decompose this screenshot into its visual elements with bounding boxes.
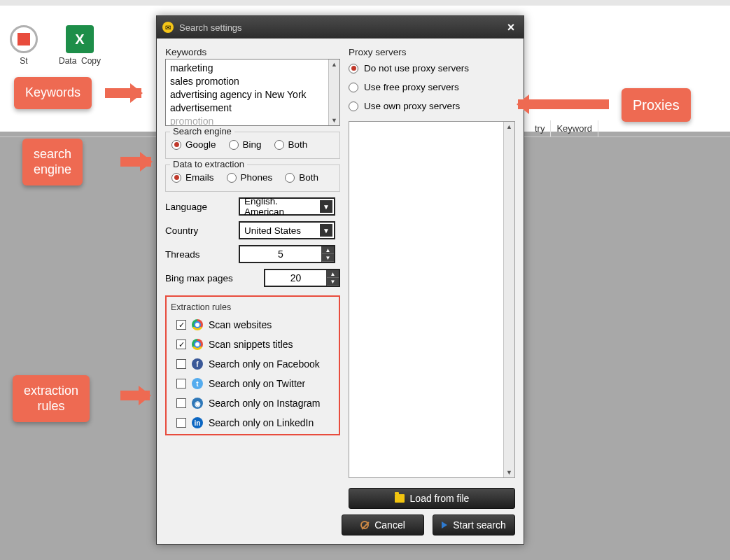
radio-free-proxy[interactable]: Use free proxy servers — [349, 82, 515, 92]
twitter-icon: t — [192, 378, 203, 389]
scroll-up-icon[interactable]: ▲ — [329, 59, 339, 69]
callout-search-engine: search engine — [22, 139, 83, 186]
rule-twitter[interactable]: t Search only on Twitter — [171, 378, 335, 389]
col-keyword: Keyword — [551, 120, 598, 136]
bing-pages-label: Bing max pages — [165, 273, 239, 284]
cancel-button[interactable]: Cancel — [342, 514, 424, 536]
checkbox-icon[interactable] — [176, 418, 186, 428]
list-item[interactable]: advertisement — [170, 102, 324, 115]
data-extraction-label: Data to extraction — [170, 159, 247, 169]
facebook-icon: f — [192, 358, 203, 370]
language-dropdown[interactable]: English. American ▼ — [239, 197, 335, 216]
list-item[interactable]: advertising agency in New York — [170, 88, 324, 102]
excel-icon: X — [66, 25, 94, 53]
scroll-up-icon[interactable]: ▲ — [504, 122, 514, 132]
callout-extraction-rules: extraction rules — [13, 375, 90, 422]
checkbox-checked-icon[interactable]: ✓ — [176, 320, 186, 330]
scroll-down-icon[interactable]: ▼ — [504, 468, 514, 477]
checkbox-icon[interactable] — [176, 359, 186, 369]
col-try: try — [529, 120, 551, 136]
step-up-icon[interactable]: ▲ — [322, 246, 334, 254]
radio-own-proxy[interactable]: Use own proxy servers — [349, 101, 515, 111]
country-value: United States — [244, 225, 301, 236]
radio-no-proxy[interactable]: Do not use proxy servers — [349, 63, 515, 74]
proxy-list[interactable]: ▲ ▼ — [349, 121, 515, 478]
chevron-down-icon[interactable]: ▼ — [320, 224, 332, 237]
list-item[interactable]: marketing — [170, 62, 324, 75]
radio-emails[interactable]: Emails — [171, 172, 214, 183]
rule-instagram[interactable]: ◉ Search only on Instagram — [171, 398, 335, 409]
copy-label: Copy — [81, 56, 101, 66]
search-engine-label: Search engine — [170, 126, 234, 136]
search-engine-group: Search engine Google Bing Both — [165, 132, 340, 159]
list-item[interactable]: promotion — [170, 115, 324, 125]
keywords-list[interactable]: marketing sales promotion advertising ag… — [166, 59, 328, 125]
arrow-icon — [120, 157, 151, 167]
proxy-list-scrollbar[interactable]: ▲ ▼ — [503, 122, 514, 477]
scroll-down-icon[interactable]: ▼ — [329, 115, 339, 125]
close-button[interactable]: × — [504, 20, 518, 34]
stop-icon — [10, 25, 38, 53]
arrow-icon — [120, 391, 150, 400]
data-label: Data — [59, 56, 76, 66]
arrow-icon — [105, 88, 141, 98]
step-up-icon[interactable]: ▲ — [327, 270, 339, 278]
language-label: Language — [165, 202, 232, 212]
dialog-button-row: Cancel Start search — [157, 509, 524, 544]
play-icon — [442, 522, 447, 528]
proxy-label: Proxy servers — [349, 47, 515, 57]
list-item[interactable]: sales promotion — [170, 75, 324, 88]
threads-value: 5 — [240, 248, 321, 260]
extraction-rules-label: Extraction rules — [171, 302, 335, 312]
search-settings-dialog: ✉ Search settings × Keywords marketing s… — [156, 15, 524, 545]
export-excel-button[interactable]: X Data Copy — [59, 25, 101, 66]
step-down-icon[interactable]: ▼ — [327, 278, 339, 286]
folder-icon — [395, 494, 405, 503]
step-down-icon[interactable]: ▼ — [322, 254, 334, 262]
checkbox-icon[interactable] — [176, 379, 186, 388]
country-label: Country — [165, 225, 232, 236]
rule-facebook[interactable]: f Search only on Facebook — [171, 358, 335, 370]
language-value: English. American — [244, 196, 320, 217]
arrow-icon — [518, 99, 609, 109]
dialog-titlebar[interactable]: ✉ Search settings × — [157, 16, 524, 38]
radio-both-engine[interactable]: Both — [274, 139, 308, 150]
dialog-title: Search settings — [179, 22, 498, 33]
radio-phones[interactable]: Phones — [227, 172, 273, 183]
keywords-label: Keywords — [165, 47, 340, 57]
load-from-file-button[interactable]: Load from file — [349, 488, 515, 509]
extraction-rules-group: Extraction rules ✓ Scan websites ✓ Scan … — [165, 295, 340, 435]
linkedin-icon: in — [192, 417, 203, 428]
radio-bing[interactable]: Bing — [229, 139, 262, 150]
callout-proxies: Proxies — [622, 88, 691, 122]
data-extraction-group: Data to extraction Emails Phones Both — [165, 164, 340, 192]
bing-pages-value: 20 — [265, 272, 326, 284]
rule-linkedin[interactable]: in Search only on LinkedIn — [171, 417, 335, 428]
bing-pages-stepper[interactable]: 20 ▲▼ — [264, 269, 340, 287]
chevron-down-icon[interactable]: ▼ — [320, 200, 332, 213]
chrome-icon — [192, 319, 203, 330]
radio-both-data[interactable]: Both — [285, 172, 318, 183]
checkbox-checked-icon[interactable]: ✓ — [176, 340, 186, 349]
instagram-icon: ◉ — [192, 398, 203, 409]
checkbox-icon[interactable] — [176, 398, 186, 408]
cancel-icon — [360, 521, 369, 529]
rule-scan-websites[interactable]: ✓ Scan websites — [171, 319, 335, 330]
threads-label: Threads — [165, 249, 232, 260]
stop-button[interactable]: St — [10, 25, 38, 66]
chrome-icon — [192, 339, 203, 350]
keywords-listbox[interactable]: marketing sales promotion advertising ag… — [165, 59, 340, 126]
start-search-button[interactable]: Start search — [433, 514, 515, 536]
keywords-scrollbar[interactable]: ▲ ▼ — [328, 59, 339, 125]
callout-keywords: Keywords — [14, 77, 92, 109]
threads-stepper[interactable]: 5 ▲▼ — [239, 245, 335, 263]
radio-google[interactable]: Google — [171, 139, 216, 150]
country-dropdown[interactable]: United States ▼ — [239, 221, 335, 239]
app-icon: ✉ — [162, 22, 174, 33]
stop-label: St — [20, 56, 27, 66]
rule-scan-snippets[interactable]: ✓ Scan snippets titles — [171, 339, 335, 350]
